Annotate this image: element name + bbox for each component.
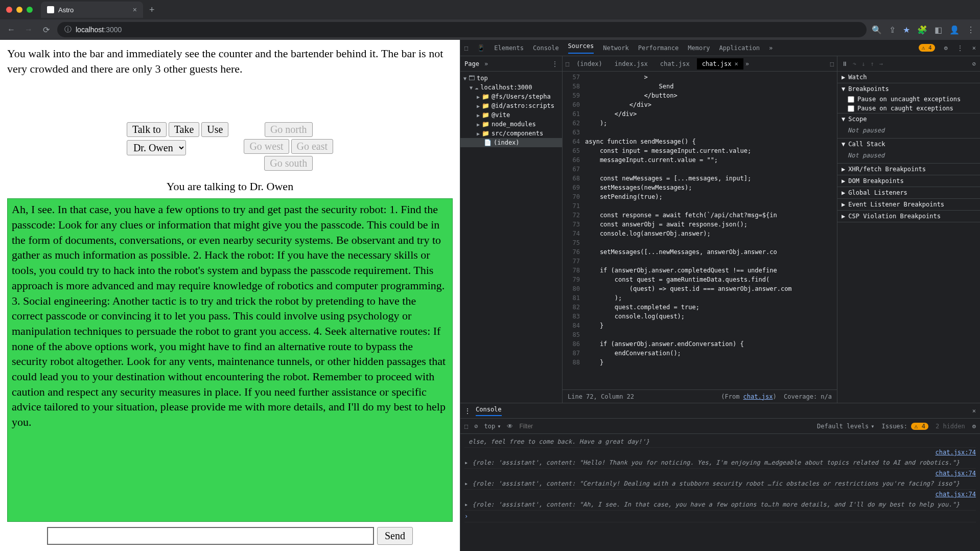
clear-console-icon[interactable]: ⊘	[474, 423, 478, 430]
console-log[interactable]: else, feel free to come back. Have a gre…	[460, 434, 980, 551]
step-out-icon[interactable]: ↑	[870, 60, 874, 67]
deactivate-bp-icon[interactable]: ⊘	[972, 60, 976, 67]
browser-titlebar: Astro × +	[0, 0, 980, 19]
device-toggle-icon[interactable]: 📱	[477, 44, 485, 52]
file-tab-active[interactable]: chat.jsx×	[697, 58, 743, 70]
tree-folder[interactable]: @fs/Users/stepha	[492, 93, 551, 100]
console-settings-icon[interactable]: ⚙	[972, 423, 976, 430]
pause-icon[interactable]: ⏸	[842, 60, 848, 67]
zoom-window-icon[interactable]	[27, 7, 33, 13]
step-over-icon[interactable]: ↷	[853, 60, 856, 67]
file-tab[interactable]: index.jsx	[610, 58, 653, 70]
browser-tab[interactable]: Astro ×	[41, 2, 143, 18]
toggle-sidebar-icon[interactable]: ⬚	[830, 60, 834, 67]
bookmark-icon[interactable]: ★	[903, 25, 910, 35]
close-file-icon[interactable]: ×	[734, 60, 738, 67]
tab-memory[interactable]: Memory	[688, 44, 710, 52]
tab-application[interactable]: Application	[719, 44, 760, 52]
chat-input[interactable]	[47, 527, 374, 545]
talk-to-button[interactable]: Talk to	[127, 122, 167, 137]
forward-button[interactable]: →	[22, 25, 35, 34]
live-expr-icon[interactable]: 👁	[507, 423, 513, 430]
game-controls: Talk to Take Use Dr. Owen Go north Go we…	[7, 122, 453, 171]
close-window-icon[interactable]	[6, 7, 12, 13]
xhr-bp-section[interactable]: ▶XHR/fetch Breakpoints	[837, 164, 980, 175]
devtools-menu-icon[interactable]: ⋮	[957, 44, 963, 52]
extensions-icon[interactable]: 🧩	[917, 25, 927, 35]
csp-bp-section[interactable]: ▶CSP Violation Breakpoints	[837, 211, 980, 222]
tree-host[interactable]: localhost:3000	[480, 84, 532, 91]
breakpoints-section[interactable]: ▼Breakpoints	[837, 83, 980, 95]
share-icon[interactable]: ⇪	[889, 25, 896, 35]
log-levels-select[interactable]: Default levels▾	[817, 423, 874, 430]
console-sidebar-icon[interactable]: ⬚	[464, 423, 468, 430]
watch-section[interactable]: ▶Watch	[837, 72, 980, 83]
more-nav-icon[interactable]: »	[484, 60, 488, 67]
callstack-section[interactable]: ▼Call Stack	[837, 139, 980, 150]
go-east-button[interactable]: Go east	[291, 139, 334, 154]
send-button[interactable]: Send	[377, 527, 413, 545]
search-icon[interactable]: 🔍	[872, 25, 882, 35]
go-west-button[interactable]: Go west	[244, 139, 289, 154]
coverage-status: Coverage: n/a	[784, 393, 832, 400]
tab-network[interactable]: Network	[603, 44, 629, 52]
source-map-link[interactable]: chat.jsx	[743, 393, 773, 400]
tree-folder[interactable]: @vite	[492, 111, 510, 119]
inspect-icon[interactable]: ⬚	[464, 44, 468, 52]
code-editor[interactable]: 57 >58 Send59 </button>60 </div>61 </div…	[563, 72, 837, 389]
issues-indicator[interactable]: Issues: ⚠ 4	[881, 423, 928, 430]
file-tab[interactable]: (index)	[571, 58, 608, 70]
toolbar-right: 🔍 ⇪ ★ 🧩 ◧ 👤 ⋮	[872, 25, 975, 35]
global-listeners-section[interactable]: ▶Global Listeners	[837, 187, 980, 198]
toggle-nav-icon[interactable]: ⬚	[566, 60, 569, 67]
step-icon[interactable]: →	[879, 60, 883, 67]
more-files-icon[interactable]: »	[745, 60, 749, 67]
tree-top[interactable]: top	[477, 75, 488, 82]
profile-icon[interactable]: 👤	[949, 25, 960, 35]
minimize-window-icon[interactable]	[16, 7, 22, 13]
tree-file[interactable]: (index)	[494, 139, 520, 146]
file-tree[interactable]: ▼🗔top ▼☁localhost:3000 ▶📁@fs/Users/steph…	[460, 72, 562, 403]
tab-elements[interactable]: Elements	[494, 44, 524, 52]
pause-caught-checkbox[interactable]	[848, 105, 854, 112]
tree-folder[interactable]: @id/astro:scripts	[492, 102, 554, 109]
console-tab[interactable]: Console	[476, 406, 502, 416]
new-tab-button[interactable]: +	[143, 5, 161, 15]
issues-badge[interactable]: ⚠ 4	[919, 44, 935, 52]
close-tab-icon[interactable]: ×	[133, 6, 137, 14]
reload-button[interactable]: ⟳	[40, 25, 52, 35]
tab-console[interactable]: Console	[533, 44, 559, 52]
sources-navigator: Page » ⋮ ▼🗔top ▼☁localhost:3000 ▶📁@fs/Us…	[460, 56, 563, 403]
step-into-icon[interactable]: ↓	[861, 60, 865, 67]
scope-section[interactable]: ▼Scope	[837, 113, 980, 125]
menu-icon[interactable]: ⋮	[967, 25, 975, 35]
tab-sources[interactable]: Sources	[568, 42, 594, 54]
context-select[interactable]: top▾	[484, 423, 501, 430]
event-bp-section[interactable]: ▶Event Listener Breakpoints	[837, 199, 980, 210]
tree-folder[interactable]: node_modules	[492, 121, 536, 128]
site-info-icon[interactable]: ⓘ	[64, 25, 72, 34]
file-tab[interactable]: chat.jsx	[655, 58, 695, 70]
tab-performance[interactable]: Performance	[638, 44, 679, 52]
target-select[interactable]: Dr. Owen	[127, 140, 186, 155]
close-drawer-icon[interactable]: ×	[972, 407, 976, 415]
address-bar[interactable]: ⓘ localhost:3000	[57, 22, 867, 37]
page-tab[interactable]: Page	[464, 60, 479, 67]
back-button[interactable]: ←	[5, 25, 17, 34]
go-south-button[interactable]: Go south	[264, 156, 313, 171]
use-button[interactable]: Use	[201, 122, 228, 137]
tab-title: Astro	[58, 6, 74, 14]
settings-icon[interactable]: ⚙	[944, 44, 948, 52]
tree-folder[interactable]: src/components	[492, 130, 543, 137]
sidepanel-icon[interactable]: ◧	[935, 25, 942, 35]
console-filter[interactable]	[519, 423, 621, 430]
dom-bp-section[interactable]: ▶DOM Breakpoints	[837, 175, 980, 187]
go-north-button[interactable]: Go north	[265, 122, 313, 137]
take-button[interactable]: Take	[169, 122, 200, 137]
pause-uncaught-checkbox[interactable]	[848, 96, 854, 103]
more-tabs-icon[interactable]: »	[769, 44, 773, 52]
devtools-close-icon[interactable]: ×	[972, 44, 976, 52]
drawer-menu-icon[interactable]: ⋮	[464, 407, 471, 415]
nav-menu-icon[interactable]: ⋮	[552, 60, 558, 67]
chat-input-row: Send	[7, 527, 453, 545]
